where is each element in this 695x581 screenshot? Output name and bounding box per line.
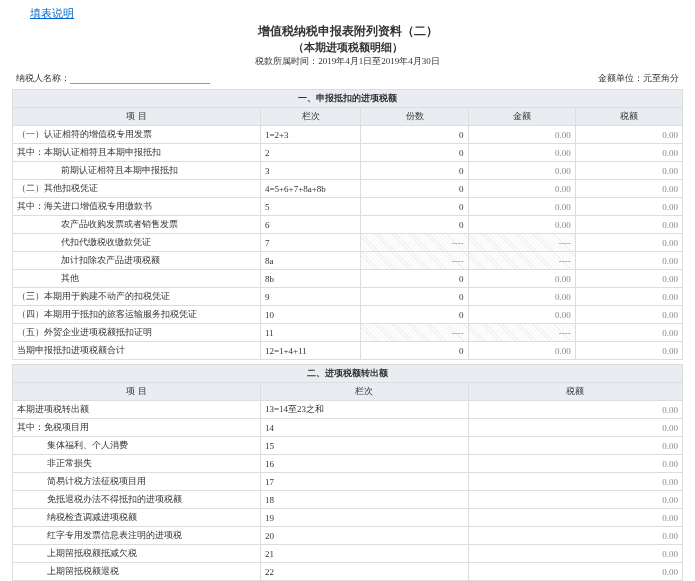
table-row: 非正常损失160.00: [13, 455, 683, 473]
cell[interactable]: 10: [260, 306, 361, 324]
cell[interactable]: 0.00: [468, 144, 575, 162]
cell[interactable]: 14: [260, 419, 468, 437]
section-header-2: 二、进项税额转出额: [12, 364, 683, 382]
cell[interactable]: 上期留抵税额抵减欠税: [13, 545, 261, 563]
cell[interactable]: 0: [361, 288, 468, 306]
cell[interactable]: （四）本期用于抵扣的旅客运输服务扣税凭证: [13, 306, 261, 324]
cell[interactable]: 2: [260, 144, 361, 162]
cell[interactable]: 0: [361, 216, 468, 234]
cell[interactable]: 0.00: [575, 270, 682, 288]
cell[interactable]: 17: [260, 473, 468, 491]
cell[interactable]: 0.00: [468, 342, 575, 360]
cell[interactable]: 0.00: [575, 324, 682, 342]
cell[interactable]: 0.00: [468, 126, 575, 144]
cell[interactable]: 加计扣除农产品进项税额: [13, 252, 261, 270]
cell[interactable]: 其中：海关进口增值税专用缴款书: [13, 198, 261, 216]
taxpayer-input[interactable]: [70, 73, 210, 84]
cell[interactable]: 19: [260, 509, 468, 527]
cell[interactable]: 0.00: [468, 401, 682, 419]
cell[interactable]: 0.00: [575, 126, 682, 144]
cell[interactable]: 7: [260, 234, 361, 252]
cell[interactable]: 0.00: [468, 216, 575, 234]
cell[interactable]: 0.00: [468, 288, 575, 306]
cell[interactable]: 0: [361, 144, 468, 162]
cell[interactable]: 0.00: [575, 162, 682, 180]
cell[interactable]: （三）本期用于购建不动产的扣税凭证: [13, 288, 261, 306]
cell[interactable]: 20: [260, 527, 468, 545]
cell[interactable]: ----: [468, 252, 575, 270]
cell[interactable]: ----: [361, 324, 468, 342]
cell[interactable]: 0: [361, 162, 468, 180]
cell[interactable]: 0.00: [575, 144, 682, 162]
cell[interactable]: 0: [361, 198, 468, 216]
cell[interactable]: 其中：本期认证相符且本期申报抵扣: [13, 144, 261, 162]
cell[interactable]: 21: [260, 545, 468, 563]
cell[interactable]: 0.00: [575, 288, 682, 306]
cell[interactable]: 4=5+6+7+8a+8b: [260, 180, 361, 198]
cell[interactable]: 0: [361, 306, 468, 324]
cell[interactable]: 0.00: [468, 270, 575, 288]
cell[interactable]: 0.00: [575, 342, 682, 360]
cell[interactable]: 0.00: [575, 252, 682, 270]
cell[interactable]: 0: [361, 270, 468, 288]
cell[interactable]: 0.00: [468, 563, 682, 581]
cell[interactable]: 代扣代缴税收缴款凭证: [13, 234, 261, 252]
help-link[interactable]: 填表说明: [30, 6, 74, 21]
cell[interactable]: （一）认证相符的增值税专用发票: [13, 126, 261, 144]
cell[interactable]: 22: [260, 563, 468, 581]
cell[interactable]: 纳税检查调减进项税额: [13, 509, 261, 527]
cell[interactable]: 0.00: [468, 491, 682, 509]
cell[interactable]: 15: [260, 437, 468, 455]
cell[interactable]: 农产品收购发票或者销售发票: [13, 216, 261, 234]
cell[interactable]: 1=2+3: [260, 126, 361, 144]
cell[interactable]: 16: [260, 455, 468, 473]
cell[interactable]: 0.00: [468, 527, 682, 545]
cell[interactable]: 简易计税方法征税项目用: [13, 473, 261, 491]
cell[interactable]: （二）其他扣税凭证: [13, 180, 261, 198]
cell[interactable]: ----: [361, 234, 468, 252]
cell[interactable]: 非正常损失: [13, 455, 261, 473]
cell[interactable]: 8b: [260, 270, 361, 288]
cell[interactable]: 0.00: [468, 419, 682, 437]
cell[interactable]: 前期认证相符且本期申报抵扣: [13, 162, 261, 180]
cell[interactable]: 0.00: [468, 162, 575, 180]
cell[interactable]: 本期进项税转出额: [13, 401, 261, 419]
cell[interactable]: （五）外贸企业进项税额抵扣证明: [13, 324, 261, 342]
cell[interactable]: 红字专用发票信息表注明的进项税: [13, 527, 261, 545]
cell[interactable]: 8a: [260, 252, 361, 270]
cell[interactable]: 12=1+4+11: [260, 342, 361, 360]
cell[interactable]: 0.00: [468, 437, 682, 455]
cell[interactable]: 0.00: [575, 216, 682, 234]
cell[interactable]: 其中：免税项目用: [13, 419, 261, 437]
cell[interactable]: 6: [260, 216, 361, 234]
cell[interactable]: 0.00: [468, 473, 682, 491]
cell[interactable]: 0.00: [575, 180, 682, 198]
cell[interactable]: 其他: [13, 270, 261, 288]
cell[interactable]: 0.00: [468, 306, 575, 324]
cell[interactable]: 0: [361, 180, 468, 198]
cell[interactable]: 上期留抵税额退税: [13, 563, 261, 581]
cell[interactable]: 18: [260, 491, 468, 509]
cell[interactable]: ----: [468, 324, 575, 342]
cell[interactable]: 0.00: [575, 234, 682, 252]
cell[interactable]: ----: [361, 252, 468, 270]
cell[interactable]: 0.00: [575, 306, 682, 324]
cell[interactable]: 集体福利、个人消费: [13, 437, 261, 455]
cell[interactable]: 5: [260, 198, 361, 216]
cell[interactable]: 0.00: [468, 545, 682, 563]
cell[interactable]: 0.00: [468, 509, 682, 527]
cell[interactable]: 0.00: [468, 198, 575, 216]
cell[interactable]: 0: [361, 126, 468, 144]
cell[interactable]: ----: [468, 234, 575, 252]
cell[interactable]: 9: [260, 288, 361, 306]
cell[interactable]: 免抵退税办法不得抵扣的进项税额: [13, 491, 261, 509]
cell[interactable]: 11: [260, 324, 361, 342]
cell[interactable]: 0.00: [575, 198, 682, 216]
cell[interactable]: 0.00: [468, 455, 682, 473]
cell[interactable]: 0.00: [468, 180, 575, 198]
cell[interactable]: 当期申报抵扣进项税额合计: [13, 342, 261, 360]
cell[interactable]: 0: [361, 342, 468, 360]
table-row: 免抵退税办法不得抵扣的进项税额180.00: [13, 491, 683, 509]
cell[interactable]: 3: [260, 162, 361, 180]
cell[interactable]: 13=14至23之和: [260, 401, 468, 419]
